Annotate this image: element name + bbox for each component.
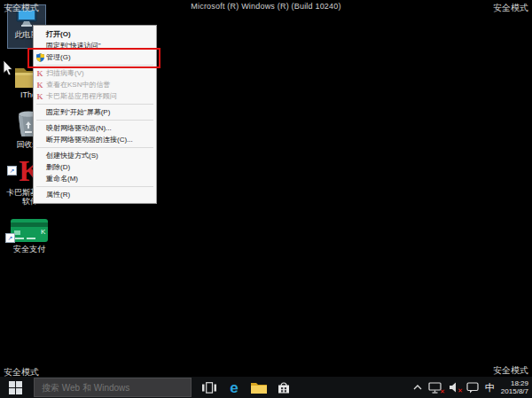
menu-item-scan-for-viruses[interactable]: K扫描病毒(V) — [34, 67, 156, 79]
menu-item-open[interactable]: 打开(O) — [34, 28, 156, 40]
desktop-icon-label: 安全支付 — [4, 245, 55, 254]
safe-mode-label-bottom-right: 安全模式 — [493, 364, 528, 377]
clock-time: 18:29 — [501, 379, 528, 387]
menu-item-label: 扫描病毒(V) — [46, 68, 84, 78]
store-icon — [278, 381, 290, 394]
volume-button[interactable]: ✕ — [449, 382, 460, 393]
menu-item-kaspersky-app-advisor[interactable]: K卡巴斯基应用程序顾问 — [34, 90, 156, 102]
action-center-button[interactable] — [466, 382, 479, 394]
file-explorer-icon — [251, 381, 267, 394]
menu-icon-slot — [35, 163, 44, 172]
mouse-cursor — [3, 60, 13, 80]
clock-date: 2015/8/7 — [501, 387, 528, 395]
menu-item-label: 映射网络驱动器(N)... — [46, 123, 112, 133]
menu-icon-slot — [35, 152, 44, 160]
menu-item-properties[interactable]: 属性(R) — [34, 189, 156, 200]
menu-item-delete[interactable]: 删除(D) — [34, 161, 156, 173]
menu-icon-slot — [35, 175, 44, 183]
menu-item-label: 属性(R) — [46, 190, 70, 199]
system-tray: ✕ ✕ 中 18:29 2015/8/7 — [413, 379, 532, 395]
action-center-icon — [466, 382, 479, 394]
chevron-up-icon — [413, 385, 422, 390]
menu-item-label: 打开(O) — [46, 29, 71, 39]
menu-separator — [36, 186, 153, 187]
kaspersky-icon: K — [35, 81, 44, 90]
safe-money-icon: K ↗ — [4, 216, 55, 243]
task-view-button[interactable] — [197, 377, 222, 398]
disabled-x-icon: ✕ — [458, 387, 463, 394]
taskbar-search-box[interactable] — [34, 378, 192, 397]
menu-item-label: 断开网络驱动器的连接(C)... — [46, 135, 133, 144]
windows-logo-icon — [9, 381, 22, 394]
kaspersky-icon: K — [35, 92, 44, 101]
search-input[interactable] — [35, 383, 184, 393]
menu-separator — [36, 147, 153, 148]
menu-icon-slot — [35, 124, 44, 133]
store-button[interactable] — [271, 377, 296, 398]
menu-item-check-ksn-reputation[interactable]: K查看在KSN中的信誉 — [34, 79, 156, 90]
file-explorer-button[interactable] — [246, 377, 271, 398]
menu-item-label: 卡巴斯基应用程序顾问 — [46, 91, 117, 101]
edge-icon: e — [230, 380, 238, 395]
menu-item-label: 删除(D) — [46, 162, 70, 172]
network-status-button[interactable]: ✕ — [428, 382, 442, 394]
menu-item-pin-to-start[interactable]: 固定到"开始"屏幕(P) — [34, 106, 156, 118]
shortcut-arrow-icon: ↗ — [7, 166, 17, 176]
menu-icon-slot — [35, 191, 44, 199]
menu-item-label: 重命名(M) — [46, 174, 78, 183]
windows-build-label: Microsoft (R) Windows (R) (Build 10240) — [0, 2, 532, 11]
menu-item-map-network-drive[interactable]: 映射网络驱动器(N)... — [34, 122, 156, 134]
task-view-icon — [202, 382, 216, 394]
shortcut-arrow-icon: ↗ — [5, 233, 15, 243]
menu-item-create-shortcut[interactable]: 创建快捷方式(S) — [34, 150, 156, 161]
ime-indicator[interactable]: 中 — [485, 381, 495, 394]
svg-text:K: K — [41, 228, 46, 236]
taskbar-clock[interactable]: 18:29 2015/8/7 — [501, 379, 528, 395]
menu-item-label: 固定到"开始"屏幕(P) — [46, 107, 110, 117]
menu-item-label: 创建快捷方式(S) — [46, 151, 98, 160]
menu-item-disconnect-network-drive[interactable]: 断开网络驱动器的连接(C)... — [34, 134, 156, 145]
menu-icon-slot — [35, 108, 44, 117]
disabled-x-icon: ✕ — [440, 388, 445, 395]
kaspersky-icon: K — [35, 69, 44, 78]
start-button[interactable] — [0, 377, 30, 398]
edge-button[interactable]: e — [222, 377, 246, 398]
annotation-highlight-box — [27, 48, 160, 68]
menu-separator — [36, 120, 153, 121]
menu-separator — [36, 104, 153, 105]
menu-icon-slot — [35, 30, 44, 39]
desktop-icon-safe-money[interactable]: K ↗ 安全支付 — [4, 216, 55, 254]
show-hidden-icons-button[interactable] — [413, 385, 422, 390]
taskbar: e ✕ — [0, 377, 532, 398]
menu-icon-slot — [35, 136, 44, 144]
menu-item-rename[interactable]: 重命名(M) — [34, 173, 156, 184]
menu-item-label: 查看在KSN中的信誉 — [46, 80, 110, 90]
